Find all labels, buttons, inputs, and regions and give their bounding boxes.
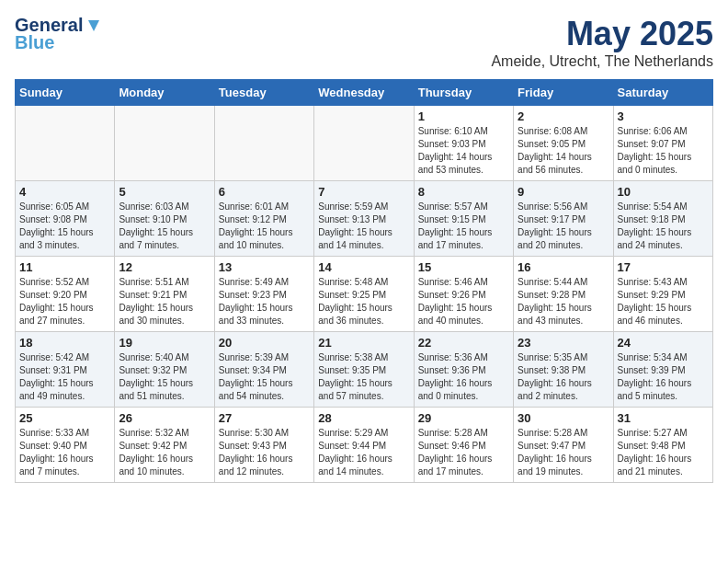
calendar-cell: 28Sunrise: 5:29 AM Sunset: 9:44 PM Dayli… [314, 408, 414, 483]
calendar-cell: 8Sunrise: 5:57 AM Sunset: 9:15 PM Daylig… [414, 181, 513, 257]
calendar-cell: 27Sunrise: 5:30 AM Sunset: 9:43 PM Dayli… [214, 408, 313, 483]
calendar-cell: 15Sunrise: 5:46 AM Sunset: 9:26 PM Dayli… [414, 257, 513, 332]
calendar-cell: 21Sunrise: 5:38 AM Sunset: 9:35 PM Dayli… [314, 332, 414, 408]
day-info: Sunrise: 5:40 AM Sunset: 9:32 PM Dayligh… [119, 351, 210, 403]
day-info: Sunrise: 5:36 AM Sunset: 9:36 PM Dayligh… [418, 351, 509, 403]
calendar-week-4: 18Sunrise: 5:42 AM Sunset: 9:31 PM Dayli… [16, 332, 713, 408]
calendar-cell [214, 106, 313, 181]
calendar-week-2: 4Sunrise: 6:05 AM Sunset: 9:08 PM Daylig… [16, 181, 713, 257]
day-info: Sunrise: 6:10 AM Sunset: 9:03 PM Dayligh… [418, 125, 509, 177]
calendar-cell: 22Sunrise: 5:36 AM Sunset: 9:36 PM Dayli… [414, 332, 513, 408]
day-number: 8 [418, 185, 509, 199]
day-info: Sunrise: 5:59 AM Sunset: 9:13 PM Dayligh… [318, 201, 409, 252]
day-info: Sunrise: 5:46 AM Sunset: 9:26 PM Dayligh… [418, 276, 509, 327]
calendar-cell: 16Sunrise: 5:44 AM Sunset: 9:28 PM Dayli… [514, 257, 613, 332]
day-number: 29 [418, 411, 509, 425]
day-info: Sunrise: 5:27 AM Sunset: 9:48 PM Dayligh… [618, 427, 709, 478]
day-number: 27 [219, 411, 310, 425]
calendar-cell: 2Sunrise: 6:08 AM Sunset: 9:05 PM Daylig… [514, 106, 613, 181]
calendar-cell: 17Sunrise: 5:43 AM Sunset: 9:29 PM Dayli… [613, 257, 712, 332]
day-number: 22 [418, 336, 509, 350]
calendar-cell [115, 106, 214, 181]
col-thursday: Thursday [414, 80, 513, 106]
calendar-cell: 1Sunrise: 6:10 AM Sunset: 9:03 PM Daylig… [414, 106, 513, 181]
day-number: 18 [19, 336, 110, 350]
day-info: Sunrise: 5:30 AM Sunset: 9:43 PM Dayligh… [219, 427, 310, 478]
calendar-cell: 19Sunrise: 5:40 AM Sunset: 9:32 PM Dayli… [115, 332, 214, 408]
day-info: Sunrise: 5:39 AM Sunset: 9:34 PM Dayligh… [219, 351, 310, 403]
calendar-cell: 18Sunrise: 5:42 AM Sunset: 9:31 PM Dayli… [16, 332, 115, 408]
day-number: 31 [618, 411, 709, 425]
day-number: 20 [219, 336, 310, 350]
calendar-cell: 9Sunrise: 5:56 AM Sunset: 9:17 PM Daylig… [514, 181, 613, 257]
calendar-cell [16, 106, 115, 181]
day-number: 5 [119, 185, 210, 199]
calendar-header-row: Sunday Monday Tuesday Wednesday Thursday… [16, 80, 713, 106]
day-number: 9 [518, 185, 609, 199]
day-info: Sunrise: 5:35 AM Sunset: 9:38 PM Dayligh… [518, 351, 609, 403]
calendar-cell: 14Sunrise: 5:48 AM Sunset: 9:25 PM Dayli… [314, 257, 414, 332]
day-number: 26 [119, 411, 210, 425]
day-number: 19 [119, 336, 210, 350]
calendar-cell: 31Sunrise: 5:27 AM Sunset: 9:48 PM Dayli… [613, 408, 712, 483]
calendar-cell: 23Sunrise: 5:35 AM Sunset: 9:38 PM Dayli… [514, 332, 613, 408]
day-number: 16 [518, 260, 609, 274]
day-info: Sunrise: 5:33 AM Sunset: 9:40 PM Dayligh… [19, 427, 110, 478]
title-section: May 2025 Ameide, Utrecht, The Netherland… [491, 15, 713, 70]
day-number: 10 [618, 185, 709, 199]
day-info: Sunrise: 5:48 AM Sunset: 9:25 PM Dayligh… [318, 276, 409, 327]
calendar-cell: 29Sunrise: 5:28 AM Sunset: 9:46 PM Dayli… [414, 408, 513, 483]
logo: General Blue [15, 15, 103, 53]
day-number: 14 [318, 260, 409, 274]
calendar-cell: 20Sunrise: 5:39 AM Sunset: 9:34 PM Dayli… [214, 332, 313, 408]
calendar-cell: 30Sunrise: 5:28 AM Sunset: 9:47 PM Dayli… [514, 408, 613, 483]
calendar-cell: 25Sunrise: 5:33 AM Sunset: 9:40 PM Dayli… [16, 408, 115, 483]
day-number: 23 [518, 336, 609, 350]
calendar-week-3: 11Sunrise: 5:52 AM Sunset: 9:20 PM Dayli… [16, 257, 713, 332]
calendar-week-5: 25Sunrise: 5:33 AM Sunset: 9:40 PM Dayli… [16, 408, 713, 483]
day-info: Sunrise: 5:52 AM Sunset: 9:20 PM Dayligh… [19, 276, 110, 327]
calendar-cell: 3Sunrise: 6:06 AM Sunset: 9:07 PM Daylig… [613, 106, 712, 181]
day-number: 17 [618, 260, 709, 274]
subtitle: Ameide, Utrecht, The Netherlands [491, 53, 713, 70]
month-title: May 2025 [491, 15, 713, 53]
calendar-week-1: 1Sunrise: 6:10 AM Sunset: 9:03 PM Daylig… [16, 106, 713, 181]
day-info: Sunrise: 6:03 AM Sunset: 9:10 PM Dayligh… [119, 201, 210, 252]
day-info: Sunrise: 6:05 AM Sunset: 9:08 PM Dayligh… [19, 201, 110, 252]
calendar-cell: 4Sunrise: 6:05 AM Sunset: 9:08 PM Daylig… [16, 181, 115, 257]
day-number: 13 [219, 260, 310, 274]
calendar-cell: 11Sunrise: 5:52 AM Sunset: 9:20 PM Dayli… [16, 257, 115, 332]
day-number: 4 [19, 185, 110, 199]
col-wednesday: Wednesday [314, 80, 414, 106]
day-info: Sunrise: 5:28 AM Sunset: 9:46 PM Dayligh… [418, 427, 509, 478]
calendar-cell: 24Sunrise: 5:34 AM Sunset: 9:39 PM Dayli… [613, 332, 712, 408]
day-info: Sunrise: 5:54 AM Sunset: 9:18 PM Dayligh… [618, 201, 709, 252]
col-monday: Monday [115, 80, 214, 106]
col-tuesday: Tuesday [214, 80, 313, 106]
day-info: Sunrise: 6:06 AM Sunset: 9:07 PM Dayligh… [618, 125, 709, 177]
day-number: 2 [518, 109, 609, 123]
day-number: 6 [219, 185, 310, 199]
day-number: 1 [418, 109, 509, 123]
day-number: 3 [618, 109, 709, 123]
day-info: Sunrise: 5:34 AM Sunset: 9:39 PM Dayligh… [618, 351, 709, 403]
day-number: 12 [119, 260, 210, 274]
day-number: 11 [19, 260, 110, 274]
day-number: 28 [318, 411, 409, 425]
calendar-cell: 12Sunrise: 5:51 AM Sunset: 9:21 PM Dayli… [115, 257, 214, 332]
calendar-cell: 6Sunrise: 6:01 AM Sunset: 9:12 PM Daylig… [214, 181, 313, 257]
svg-marker-0 [88, 20, 99, 31]
calendar-cell: 26Sunrise: 5:32 AM Sunset: 9:42 PM Dayli… [115, 408, 214, 483]
day-info: Sunrise: 5:49 AM Sunset: 9:23 PM Dayligh… [219, 276, 310, 327]
day-info: Sunrise: 5:38 AM Sunset: 9:35 PM Dayligh… [318, 351, 409, 403]
calendar-cell: 5Sunrise: 6:03 AM Sunset: 9:10 PM Daylig… [115, 181, 214, 257]
day-info: Sunrise: 5:44 AM Sunset: 9:28 PM Dayligh… [518, 276, 609, 327]
day-info: Sunrise: 6:08 AM Sunset: 9:05 PM Dayligh… [518, 125, 609, 177]
day-info: Sunrise: 5:32 AM Sunset: 9:42 PM Dayligh… [119, 427, 210, 478]
day-info: Sunrise: 5:56 AM Sunset: 9:17 PM Dayligh… [518, 201, 609, 252]
calendar-table: Sunday Monday Tuesday Wednesday Thursday… [15, 79, 713, 483]
day-info: Sunrise: 5:42 AM Sunset: 9:31 PM Dayligh… [19, 351, 110, 403]
day-info: Sunrise: 5:29 AM Sunset: 9:44 PM Dayligh… [318, 427, 409, 478]
day-info: Sunrise: 5:57 AM Sunset: 9:15 PM Dayligh… [418, 201, 509, 252]
calendar-cell: 13Sunrise: 5:49 AM Sunset: 9:23 PM Dayli… [214, 257, 313, 332]
